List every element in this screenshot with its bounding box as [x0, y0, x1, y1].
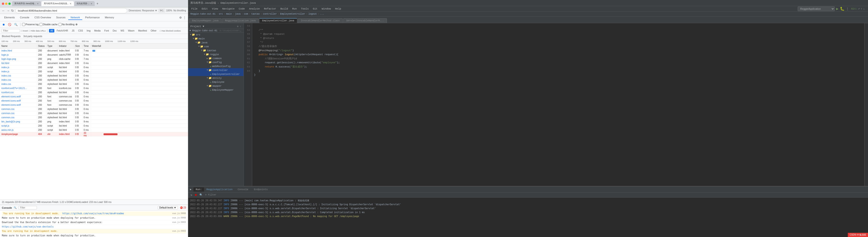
menu-run[interactable]: Run [290, 7, 299, 11]
tab-1-close[interactable]: ✕ [37, 3, 39, 5]
row-name[interactable]: iconfont.css [0, 91, 37, 94]
debug-btn[interactable]: 🐛 [840, 6, 844, 11]
tree-taotao[interactable]: ▼ 📁 taotao [188, 48, 244, 53]
path-reggie[interactable]: Reggie-take-out-01 [190, 13, 216, 15]
network-row-13[interactable]: element-icons.woff 200 font common.css 0… [0, 99, 188, 103]
tab-3-close[interactable]: ✕ [91, 3, 92, 5]
path-com[interactable]: com [244, 13, 248, 15]
filter-fetch[interactable]: Fetch/XHR [55, 29, 69, 32]
back-btn[interactable]: ← [2, 9, 5, 12]
col-status[interactable]: Status [37, 45, 46, 47]
network-row-12[interactable]: element-icons.woff 200 font common.css 0… [0, 95, 188, 99]
run-tab[interactable]: Run: [193, 188, 204, 192]
tab-invocable[interactable]: InvocableHandlerMethod.class [298, 18, 343, 23]
network-row-17[interactable]: common.css 200 stylesheet list.html 0 B … [0, 115, 188, 120]
preserve-log-checkbox[interactable]: Preserve log [22, 23, 38, 26]
row-name[interactable]: bin_back@2x.png [0, 121, 37, 123]
path-java[interactable]: java [235, 13, 241, 15]
network-filter-input[interactable] [1, 29, 20, 32]
row-name[interactable]: common.css [0, 112, 37, 114]
tab-elements[interactable]: Elements [2, 15, 17, 20]
filter-doc[interactable]: Doc [111, 29, 118, 32]
line-link[interactable]: https://github.com/vuejs/vue-devtools [2, 226, 54, 228]
endpoints-tab[interactable]: Endpoints [251, 188, 270, 192]
tab-employeecontroller[interactable]: EmployeeController.java [259, 18, 297, 23]
tree-common[interactable]: ▶ 📁 common [188, 56, 244, 60]
filter-css[interactable]: CSS [77, 29, 85, 32]
filter-js[interactable]: JS [70, 29, 76, 32]
tab-servlet-invocable[interactable]: ServletInvocableHandlerM... [343, 18, 387, 23]
row-name[interactable]: index.js [0, 70, 37, 73]
tab-performance[interactable]: Performance [83, 15, 102, 20]
tab-2-close[interactable]: ✕ [70, 3, 71, 5]
row-name[interactable]: element-icons.woff [0, 95, 37, 98]
tree-employeecontroller[interactable]: ☕ EmployeeController [188, 72, 244, 76]
tree-main[interactable]: ▼ 📁 main [188, 37, 244, 41]
git-pull[interactable]: ↓ [863, 7, 865, 10]
git-push[interactable]: ↑ [861, 7, 862, 10]
tree-controller[interactable]: ▼ 📁 controller [188, 68, 244, 72]
throttle-setting-icon[interactable]: ⚙ [75, 23, 78, 26]
tree-reggie[interactable]: ▼ 📁 reggie [188, 53, 244, 56]
filter-img[interactable]: Img [85, 29, 92, 32]
tree-employeemapper[interactable]: ☕ EmployeeMapper [188, 88, 244, 92]
row-name[interactable]: /employee/page [0, 133, 37, 135]
search-btn[interactable]: 🔍 [13, 23, 19, 27]
run-config-select[interactable]: ReggieApplication [798, 6, 835, 11]
new-tab-btn[interactable]: + [95, 1, 100, 6]
path-taotao[interactable]: taotao [251, 13, 259, 15]
filter-all[interactable]: All [49, 29, 54, 32]
settings-icon[interactable]: ⚙ [179, 16, 182, 19]
col-initiator[interactable]: Initiator [58, 45, 74, 47]
tab-memory[interactable]: Memory [102, 15, 116, 20]
menu-build[interactable]: Build [278, 7, 290, 11]
console-filter-input[interactable] [18, 206, 37, 209]
network-row-8[interactable]: index.css 200 stylesheet list.html 0 B 0… [0, 78, 188, 82]
menu-navigate[interactable]: Navigate [220, 7, 237, 11]
filter-manifest[interactable]: Manifest [137, 29, 148, 32]
row-name[interactable]: login-logo.png [0, 58, 37, 60]
path-controller[interactable]: controller [263, 13, 277, 15]
network-row-5[interactable]: index.js 200 script list.html 0 B 0 ms [0, 65, 188, 70]
browser-tab-2[interactable]: 黑马程序员Java后端实战... ✕ [41, 1, 74, 6]
network-row-20[interactable]: axios.min.js 200 script list.html 0 B 0 … [0, 128, 188, 132]
search-console-icon[interactable]: 🔍 [14, 206, 17, 209]
row-name[interactable]: index.js [0, 66, 37, 69]
row-name[interactable]: index.css [0, 83, 37, 85]
forward-btn[interactable]: → [6, 9, 10, 12]
run-btn[interactable]: ▶ [836, 6, 838, 11]
menu-help[interactable]: Help [333, 7, 343, 11]
filter-wasm[interactable]: Wasm [127, 29, 136, 32]
network-row-10[interactable]: iconfont.eof2?v=16121... 200 font iconfo… [0, 86, 188, 91]
tree-controls[interactable]: ⚙ ↕ [237, 25, 241, 28]
row-name[interactable]: element-icons.woff [0, 100, 37, 102]
row-name[interactable]: common.css [0, 116, 37, 119]
tab-sources[interactable]: Sources [54, 15, 68, 20]
tree-mapper[interactable]: ▼ 📁 mapper [188, 84, 244, 88]
menu-refactor[interactable]: Refactor [262, 7, 278, 11]
line-link[interactable]: https://github.com/vuejs/vue/tree/dev#re… [62, 212, 124, 215]
network-row-11[interactable]: iconfont.css 200 stylesheet list.html 0 … [0, 91, 188, 95]
col-size[interactable]: Size [74, 45, 83, 47]
record-btn[interactable]: ⏺ [1, 23, 6, 27]
network-row-3[interactable]: login-logo.png 200 png click-cache 0 B 7… [0, 57, 188, 61]
row-name[interactable]: list.html [0, 62, 37, 64]
network-row-7[interactable]: index.css 200 stylesheet list.html 0 B 0… [0, 74, 188, 78]
tree-entity[interactable]: ▼ 📁 entity [188, 76, 244, 80]
menu-tools[interactable]: Tools [299, 7, 310, 11]
tree-employee[interactable]: ☕ Employee [188, 80, 244, 84]
tab-reggieapp[interactable]: ReggieApplication.java [222, 18, 259, 23]
no-throttling-checkbox[interactable]: No throttling [59, 23, 74, 26]
network-row-14[interactable]: element-icons.woff 200 font common.css 0… [0, 103, 188, 107]
console-level-btn[interactable]: Default levels ▼ [158, 206, 178, 209]
menu-view[interactable]: View [210, 7, 220, 11]
filter-ws[interactable]: WS [119, 29, 126, 32]
tree-java[interactable]: ▼ 📁 java [188, 41, 244, 44]
code-lines[interactable]: /** * @param request * @return */ //退出登录… [252, 23, 864, 186]
clear-btn[interactable]: 🚫 [7, 23, 12, 27]
width-input[interactable]: 941 [159, 9, 165, 12]
address-bar[interactable] [15, 8, 127, 13]
row-name[interactable]: script.js [0, 125, 37, 127]
tab-employeemapper[interactable]: EmployeeMapper.java [189, 18, 221, 23]
filter-media[interactable]: Media [93, 29, 102, 32]
